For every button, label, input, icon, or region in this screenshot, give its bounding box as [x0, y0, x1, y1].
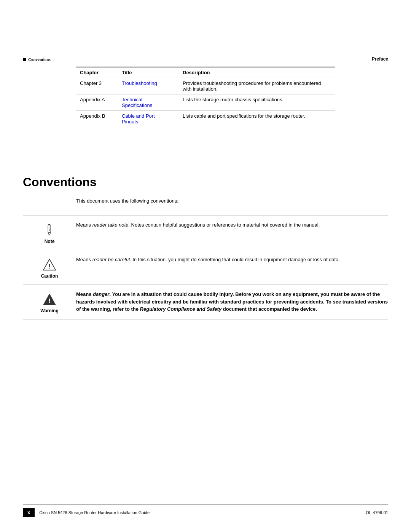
- cell-desc-3: Lists cable and port specifications for …: [179, 111, 335, 127]
- header-bullet: [23, 58, 26, 61]
- conventions-intro: This document uses the following convent…: [76, 198, 388, 204]
- note-icon-area: Note: [23, 221, 76, 244]
- cell-chapter-2: Appendix A: [76, 94, 118, 111]
- caution-icon: !: [43, 258, 56, 272]
- convention-warning-row: ! Warning Means danger. You are in a sit…: [23, 284, 388, 320]
- svg-text:!: !: [48, 263, 50, 270]
- note-icon: [43, 223, 56, 237]
- footer-doc-title: Cisco SN 5428 Storage Router Hardware In…: [39, 510, 150, 515]
- note-label: Note: [45, 239, 55, 244]
- cell-title-3: Cable and PortPinouts: [118, 111, 179, 127]
- warning-icon-area: ! Warning: [23, 291, 76, 313]
- link-troubleshooting[interactable]: Troubleshooting: [122, 80, 157, 86]
- link-cable-port[interactable]: Cable and PortPinouts: [122, 113, 155, 125]
- header-section-label: Conventions: [23, 57, 51, 62]
- warning-label: Warning: [40, 308, 59, 313]
- content-area: Chapter Title Description Chapter 3 Trou…: [76, 67, 388, 146]
- table-row: Chapter 3 Troubleshooting Provides troub…: [76, 78, 335, 94]
- warning-text: Means danger. You are in a situation tha…: [76, 291, 388, 313]
- svg-rect-1: [48, 225, 51, 233]
- header-section-text: Conventions: [28, 57, 51, 62]
- footer-area: x Cisco SN 5428 Storage Router Hardware …: [23, 505, 388, 517]
- svg-text:!: !: [48, 297, 50, 304]
- chapter-table: Chapter Title Description Chapter 3 Trou…: [76, 67, 335, 127]
- table-row: Appendix A TechnicalSpecifications Lists…: [76, 94, 335, 111]
- col-header-description: Description: [179, 67, 335, 78]
- cell-chapter-1: Chapter 3: [76, 78, 118, 94]
- warning-icon: !: [43, 292, 56, 306]
- cell-title-2: TechnicalSpecifications: [118, 94, 179, 111]
- cell-desc-1: Provides troubleshooting procedures for …: [179, 78, 335, 94]
- link-technical-specs[interactable]: TechnicalSpecifications: [122, 97, 152, 108]
- header-bar: Conventions Preface: [23, 56, 388, 63]
- note-text: Means reader take note. Notes contain he…: [76, 221, 388, 229]
- table-row: Appendix B Cable and PortPinouts Lists c…: [76, 111, 335, 127]
- caution-label: Caution: [41, 273, 58, 279]
- convention-caution-row: ! Caution Means reader be careful. In th…: [23, 250, 388, 284]
- caution-icon-area: ! Caution: [23, 256, 76, 279]
- cell-desc-2: Lists the storage router chassis specifi…: [179, 94, 335, 111]
- footer-left: x Cisco SN 5428 Storage Router Hardware …: [23, 508, 150, 517]
- conventions-content: This document uses the following convent…: [23, 198, 388, 320]
- footer-doc-code: OL-4796-01: [366, 510, 388, 515]
- cell-title-1: Troubleshooting: [118, 78, 179, 94]
- convention-note-row: Note Means reader take note. Notes conta…: [23, 215, 388, 250]
- page-container: Conventions Preface Chapter Title Descri…: [0, 0, 411, 532]
- col-header-title: Title: [118, 67, 179, 78]
- header-chapter-label: Preface: [372, 56, 388, 62]
- page-number: x: [23, 508, 35, 517]
- cell-chapter-3: Appendix B: [76, 111, 118, 127]
- col-header-chapter: Chapter: [76, 67, 118, 78]
- caution-text: Means reader be careful. In this situati…: [76, 256, 388, 264]
- conventions-heading: Conventions: [23, 175, 388, 189]
